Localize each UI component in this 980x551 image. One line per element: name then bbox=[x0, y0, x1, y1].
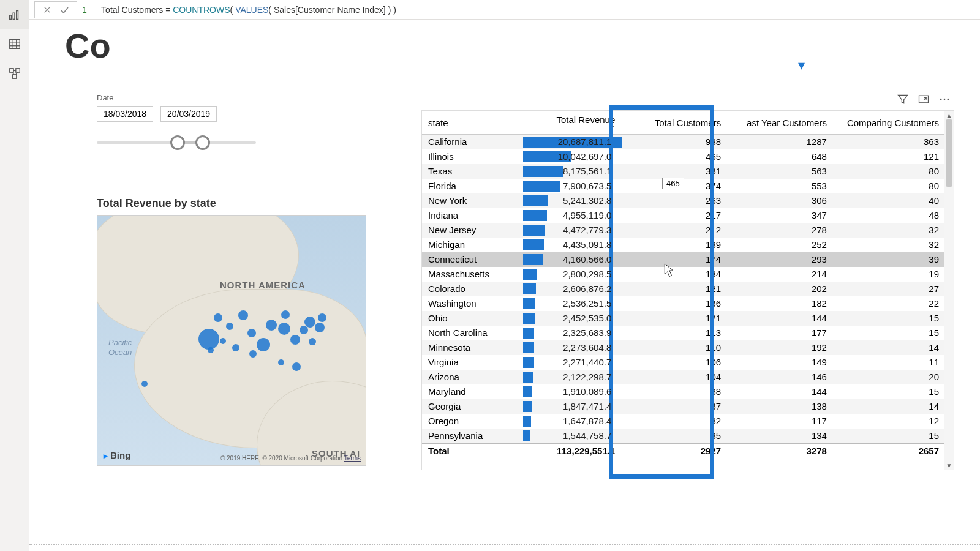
table-row[interactable]: Massachusetts2,800,298.513421419 bbox=[422, 267, 945, 282]
col-header-revenue[interactable]: Total Revenue▼ bbox=[522, 111, 622, 135]
map-label-ocean: PacificOcean bbox=[108, 338, 132, 357]
table-row[interactable]: North Carolina2,325,683.911317715 bbox=[422, 326, 945, 340]
col-header-total-customers[interactable]: Total Customers bbox=[621, 111, 727, 135]
data-table: state Total Revenue▼ Total Customers ast… bbox=[422, 111, 945, 458]
cell-tooltip: 465 bbox=[662, 178, 684, 189]
table-row[interactable]: Washington2,536,251.513618222 bbox=[422, 296, 945, 311]
col-header-comparing[interactable]: Comparing Customers bbox=[833, 111, 945, 135]
table-header-row: state Total Revenue▼ Total Customers ast… bbox=[422, 111, 945, 135]
model-view-button[interactable] bbox=[0, 59, 29, 88]
report-canvas: Co ▾ Date 18/03/2018 20/03/2019 Total Re… bbox=[29, 20, 980, 551]
table-row[interactable]: Virginia2,271,440.710614911 bbox=[422, 355, 945, 370]
filter-icon[interactable] bbox=[897, 93, 909, 108]
map-title: Total Revenue by state bbox=[97, 197, 366, 210]
data-view-button[interactable] bbox=[0, 29, 29, 59]
slicer-label: Date bbox=[97, 93, 256, 102]
table-row[interactable]: Minnesota2,273,604.811019214 bbox=[422, 340, 945, 355]
table-scrollbar[interactable]: ▲ ▼ bbox=[944, 111, 954, 470]
table-row[interactable]: Michigan4,435,091.818925232 bbox=[422, 238, 945, 252]
svg-point-20 bbox=[944, 99, 946, 100]
map-visual[interactable]: Total Revenue by state NORTH AMERICA SOU… bbox=[97, 197, 366, 466]
table-row[interactable]: Arizona2,122,298.710414620 bbox=[422, 370, 945, 384]
svg-rect-8 bbox=[10, 69, 13, 72]
scroll-down-icon[interactable]: ▼ bbox=[944, 461, 954, 470]
report-view-button[interactable] bbox=[0, 0, 29, 29]
col-header-last-year[interactable]: ast Year Customers bbox=[727, 111, 833, 135]
table-row[interactable]: Texas8,175,561.138156380 bbox=[422, 164, 945, 179]
visual-header bbox=[897, 93, 951, 108]
more-options-icon[interactable] bbox=[938, 93, 951, 108]
table-row[interactable]: Pennsylvania1,544,758.78513415 bbox=[422, 429, 945, 443]
table-row[interactable]: New Jersey4,472,779.321227832 bbox=[422, 223, 945, 238]
table-row[interactable]: Ohio2,452,535.012114415 bbox=[422, 311, 945, 326]
table-row[interactable]: Colorado2,606,876.212120227 bbox=[422, 282, 945, 296]
svg-point-19 bbox=[940, 99, 942, 100]
scrollbar-thumb[interactable] bbox=[946, 119, 952, 187]
table-row[interactable]: Indiana4,955,119.021734748 bbox=[422, 208, 945, 223]
table-row[interactable]: New York5,241,302.826330640 bbox=[422, 193, 945, 208]
chevron-down-icon[interactable]: ▾ bbox=[798, 58, 805, 73]
formula-buttons bbox=[34, 1, 77, 18]
table-row[interactable]: Maryland1,910,089.68814415 bbox=[422, 384, 945, 399]
svg-point-21 bbox=[948, 99, 949, 100]
svg-rect-1 bbox=[13, 13, 15, 19]
table-total-row: Total 113,229,551.1 2927 3278 2657 bbox=[422, 443, 945, 458]
commit-formula-icon[interactable] bbox=[58, 4, 70, 16]
bing-logo: Bing bbox=[104, 450, 130, 460]
col-header-state[interactable]: state bbox=[422, 111, 522, 135]
svg-rect-0 bbox=[10, 15, 12, 19]
date-end-input[interactable]: 20/03/2019 bbox=[160, 106, 217, 122]
cancel-formula-icon[interactable] bbox=[41, 4, 53, 16]
svg-rect-17 bbox=[919, 96, 929, 103]
map-area[interactable]: NORTH AMERICA SOUTH AI PacificOcean bbox=[97, 215, 366, 466]
page-title: Co bbox=[65, 26, 111, 66]
scroll-up-icon[interactable]: ▲ bbox=[944, 111, 954, 119]
table-visual[interactable]: state Total Revenue▼ Total Customers ast… bbox=[421, 110, 954, 470]
slider-handle-start[interactable] bbox=[170, 135, 185, 150]
formula-line-number: 1 bbox=[77, 5, 92, 15]
date-start-input[interactable]: 18/03/2018 bbox=[97, 106, 153, 122]
focus-mode-icon[interactable] bbox=[918, 93, 930, 108]
svg-marker-16 bbox=[899, 95, 908, 103]
svg-rect-2 bbox=[17, 11, 18, 20]
table-row[interactable]: California20,687,811.19381287363 bbox=[422, 135, 945, 149]
table-row[interactable]: Oregon1,647,878.48211712 bbox=[422, 414, 945, 429]
svg-rect-9 bbox=[16, 69, 20, 72]
svg-rect-3 bbox=[10, 40, 20, 49]
formula-bar[interactable]: 1 Total Customers = COUNTROWS( VALUES( S… bbox=[29, 0, 980, 20]
svg-rect-10 bbox=[12, 75, 16, 78]
map-label-na: NORTH AMERICA bbox=[220, 280, 306, 290]
slider-handle-end[interactable] bbox=[195, 135, 210, 150]
view-rail bbox=[0, 0, 29, 551]
map-credits: © 2019 HERE, © 2020 Microsoft Corporatio… bbox=[221, 455, 361, 462]
table-row[interactable]: Connecticut4,160,566.017429339 bbox=[422, 252, 945, 267]
table-row[interactable]: Illinois10,042,697.0465648121 bbox=[422, 149, 945, 164]
date-slider[interactable] bbox=[97, 130, 256, 155]
page-separator bbox=[29, 544, 980, 545]
date-slicer[interactable]: Date 18/03/2018 20/03/2019 bbox=[97, 93, 256, 155]
table-row[interactable]: Georgia1,847,471.48713814 bbox=[422, 399, 945, 414]
